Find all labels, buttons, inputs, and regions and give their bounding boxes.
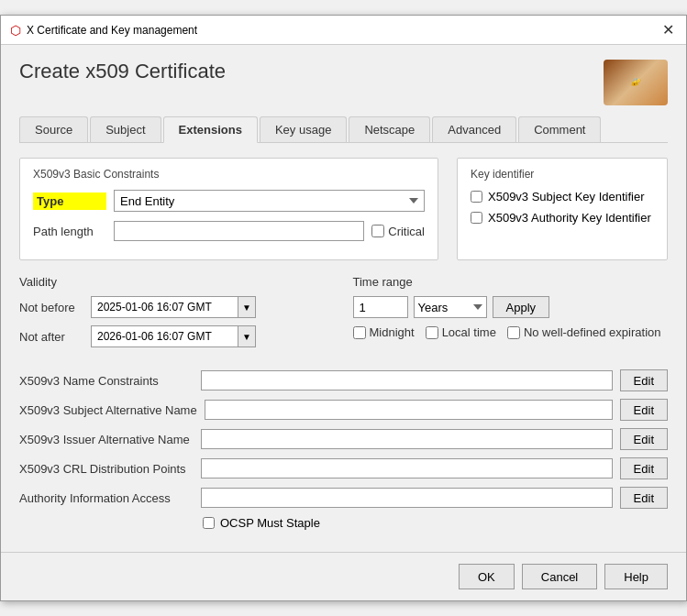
ext-crl-distribution-edit-button[interactable]: Edit (620, 457, 668, 479)
subject-key-label: X509v3 Subject Key Identifier (488, 190, 645, 204)
not-after-dropdown-button[interactable]: ▼ (238, 325, 256, 347)
cancel-button[interactable]: Cancel (522, 564, 597, 589)
basic-constraints-box: X509v3 Basic Constraints Type End Entity… (19, 158, 438, 260)
midnight-checkbox[interactable] (353, 326, 366, 339)
validity-section: Validity Not before ▼ Not after ▼ (19, 275, 668, 355)
tab-key-usage[interactable]: Key usage (260, 116, 347, 142)
ocsp-label: OCSP Must Staple (220, 516, 320, 530)
time-options-row: Midnight Local time No well-defined expi… (353, 325, 669, 339)
ext-authority-info-input[interactable] (201, 488, 613, 508)
not-before-combo: ▼ (91, 296, 256, 318)
not-after-input[interactable] (91, 325, 238, 347)
ext-name-constraints: X509v3 Name Constraints Edit (19, 369, 668, 391)
key-identifier-label: Key identifier (471, 168, 654, 181)
not-before-input[interactable] (91, 296, 238, 318)
time-range-label: Time range (353, 275, 669, 289)
critical-checkbox[interactable] (371, 225, 384, 237)
ext-name-constraints-label: X509v3 Name Constraints (19, 374, 194, 388)
time-range-controls: Days Months Years Apply (353, 296, 669, 318)
title-bar-left: ⬡ X Certificate and Key management (10, 23, 197, 38)
tab-extensions[interactable]: Extensions (163, 116, 258, 143)
help-button[interactable]: Help (604, 564, 668, 589)
not-before-label: Not before (19, 301, 83, 314)
type-row: Type End Entity Certificate Authority (33, 190, 425, 212)
app-icon: ⬡ (10, 23, 21, 38)
ext-issuer-alt: X509v3 Issuer Alternative Name Edit (19, 428, 668, 450)
not-before-row: Not before ▼ (19, 296, 335, 318)
not-after-label: Not after (19, 330, 83, 344)
subject-key-row: X509v3 Subject Key Identifier (471, 190, 654, 204)
midnight-label[interactable]: Midnight (353, 325, 415, 339)
critical-label: Critical (388, 225, 425, 238)
subject-key-checkbox[interactable] (471, 191, 482, 203)
ok-button[interactable]: OK (459, 564, 515, 589)
time-range-unit-select[interactable]: Days Months Years (414, 296, 487, 318)
ext-name-constraints-input[interactable] (201, 370, 613, 390)
not-after-row: Not after ▼ (19, 325, 335, 347)
validity-label: Validity (19, 275, 335, 289)
ext-name-constraints-edit-button[interactable]: Edit (620, 369, 668, 391)
ext-crl-distribution-input[interactable] (201, 458, 613, 478)
local-time-text: Local time (442, 325, 496, 339)
authority-key-row: X509v3 Authority Key Identifier (471, 211, 654, 225)
authority-key-checkbox[interactable] (471, 212, 482, 224)
key-identifier-box: Key identifier X509v3 Subject Key Identi… (457, 158, 668, 260)
not-after-combo: ▼ (91, 325, 256, 347)
tabs-bar: Source Subject Extensions Key usage Nets… (19, 116, 668, 143)
ext-authority-info-edit-button[interactable]: Edit (620, 487, 668, 509)
no-expiration-checkbox[interactable] (507, 326, 520, 339)
ext-crl-distribution: X509v3 CRL Distribution Points Edit (19, 457, 668, 479)
window-title: X Certificate and Key management (27, 24, 197, 37)
type-select[interactable]: End Entity Certificate Authority (114, 190, 425, 212)
ocsp-row: OCSP Must Staple (19, 516, 668, 530)
close-button[interactable]: ✕ (659, 21, 677, 39)
ext-crl-distribution-label: X509v3 CRL Distribution Points (19, 462, 194, 476)
path-length-row: Path length Critical (33, 221, 425, 241)
dialog-footer: OK Cancel Help (1, 552, 686, 600)
top-section-row: X509v3 Basic Constraints Type End Entity… (19, 158, 668, 260)
tab-comment[interactable]: Comment (518, 116, 601, 142)
path-length-label: Path length (33, 225, 106, 238)
window-content: Create x509 Certificate 🔐 Source Subject… (1, 45, 686, 544)
page-title: Create x509 Certificate (19, 60, 226, 83)
ext-subject-alt-edit-button[interactable]: Edit (620, 399, 668, 421)
local-time-checkbox[interactable] (426, 326, 438, 339)
midnight-text: Midnight (370, 325, 415, 339)
ext-issuer-alt-edit-button[interactable]: Edit (620, 428, 668, 450)
extensions-list: X509v3 Name Constraints Edit X509v3 Subj… (19, 369, 668, 509)
logo-area: 🔐 (604, 60, 668, 105)
authority-key-label: X509v3 Authority Key Identifier (488, 211, 651, 225)
tab-source[interactable]: Source (19, 116, 88, 142)
apply-button[interactable]: Apply (493, 296, 550, 318)
validity-box: Validity Not before ▼ Not after ▼ (19, 275, 335, 355)
ext-authority-info-label: Authority Information Access (19, 491, 194, 505)
path-length-input[interactable] (114, 221, 364, 241)
title-bar: ⬡ X Certificate and Key management ✕ (1, 16, 686, 45)
time-range-box: Time range Days Months Years Apply Midni… (353, 275, 669, 355)
main-window: ⬡ X Certificate and Key management ✕ Cre… (0, 15, 687, 601)
no-expiration-text: No well-defined expiration (524, 325, 661, 339)
critical-checkbox-label[interactable]: Critical (371, 225, 425, 238)
time-range-number-input[interactable] (353, 296, 408, 318)
ext-subject-alt-label: X509v3 Subject Alternative Name (19, 403, 197, 417)
page-header: Create x509 Certificate 🔐 (19, 60, 668, 105)
not-before-dropdown-button[interactable]: ▼ (238, 296, 256, 318)
tab-advanced[interactable]: Advanced (432, 116, 516, 142)
basic-constraints-label: X509v3 Basic Constraints (33, 168, 425, 181)
local-time-label[interactable]: Local time (426, 325, 496, 339)
tab-netscape[interactable]: Netscape (349, 116, 430, 142)
ocsp-checkbox[interactable] (203, 517, 215, 529)
tab-subject[interactable]: Subject (90, 116, 161, 142)
ext-authority-info: Authority Information Access Edit (19, 487, 668, 509)
ext-subject-alt: X509v3 Subject Alternative Name Edit (19, 399, 668, 421)
type-label: Type (33, 192, 106, 210)
ext-issuer-alt-label: X509v3 Issuer Alternative Name (19, 433, 194, 446)
ext-issuer-alt-input[interactable] (201, 429, 613, 449)
no-expiration-label[interactable]: No well-defined expiration (507, 325, 661, 339)
ext-subject-alt-input[interactable] (205, 400, 613, 420)
